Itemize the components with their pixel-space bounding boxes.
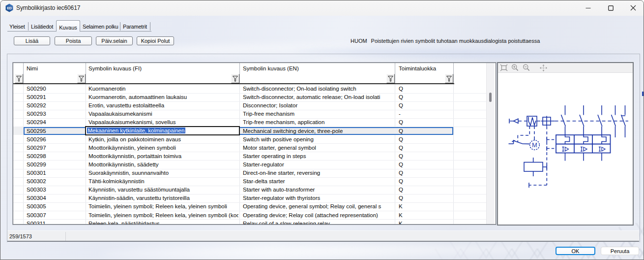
cell-nimi[interactable]: S00301 — [27, 170, 85, 176]
table-row[interactable]: S00301Suorakäynnistin, suunnanvaihtoDire… — [13, 169, 486, 177]
cell-fi[interactable]: Moottorikäynnistin, säädetty — [88, 162, 238, 167]
cell-nimi[interactable]: S00291 — [27, 94, 85, 100]
filter-button-toimintaluokka[interactable] — [445, 74, 453, 83]
ok-button[interactable]: OK — [556, 247, 595, 255]
cell-en[interactable]: Relay coil of a slow-releasing relay — [243, 221, 394, 224]
tab-yleiset[interactable]: Yleiset — [9, 24, 25, 30]
minimize-button[interactable] — [577, 0, 599, 15]
edit-cell[interactable]: Mekaaninen kytkinlaite, kolminapainen — [85, 126, 240, 135]
cell-fi[interactable]: Vapaalaukaisumekanismi — [88, 111, 238, 117]
cell-toimintaluokka[interactable]: Q — [399, 145, 448, 151]
cell-nimi[interactable]: S00297 — [27, 145, 85, 151]
cell-nimi[interactable]: S00295 — [27, 128, 85, 134]
cell-en[interactable]: Starter operating in steps — [243, 153, 394, 159]
col-header-nimi[interactable]: Nimi — [27, 65, 38, 71]
cell-en[interactable]: Switch with positive opening — [243, 136, 394, 142]
cell-fi[interactable]: Kuormanerotin, automaattinen laukaisu — [88, 94, 238, 100]
cell-nimi[interactable]: S00302 — [27, 178, 85, 184]
cell-en[interactable]: Motor starter, general symbol — [243, 145, 394, 151]
close-button[interactable] — [622, 0, 644, 15]
cell-toimintaluokka[interactable]: Q — [399, 94, 448, 100]
add-button[interactable]: Lisää — [14, 36, 50, 45]
table-row[interactable]: S00290KuormanerotinSwitch-disconnector; … — [13, 85, 486, 93]
cell-en[interactable]: Starter with auto-transformer — [243, 187, 394, 193]
cell-fi[interactable]: Suorakäynnistin, suunnanvaihto — [88, 170, 238, 176]
tab-selaimen-polku[interactable]: Selaimen polku — [83, 24, 118, 30]
cell-toimintaluokka[interactable]: Q — [399, 187, 448, 193]
table-vertical-scrollbar[interactable] — [486, 63, 495, 224]
cell-toimintaluokka[interactable]: Q — [399, 195, 448, 201]
table-row[interactable]: S00294Vapaalaukaisumekanismi, sovellusTr… — [13, 118, 486, 127]
filter-button-fi[interactable] — [231, 74, 239, 83]
table-row[interactable]: S00311Releen kela, päästöhidastusRelay c… — [13, 219, 486, 224]
cell-fi[interactable]: Moottorikäynnistin, yleinen symboli — [88, 145, 238, 151]
cell-toimintaluokka[interactable]: Q — [399, 128, 448, 134]
cell-toimintaluokka[interactable]: Q — [399, 86, 448, 92]
table-row[interactable]: S00307Toimielin, yleinen symboli; Releen… — [13, 211, 486, 219]
cell-toimintaluokka[interactable]: Q — [399, 153, 448, 159]
cell-fi[interactable]: Releen kela, päästöhidastus — [88, 221, 238, 224]
cell-fi[interactable]: Käynnistin-säädin, varustettu tyristorei… — [88, 195, 238, 201]
cell-nimi[interactable]: S00290 — [27, 86, 85, 92]
cell-nimi[interactable]: S00296 — [27, 136, 85, 142]
cell-en[interactable]: Star-delta starter — [243, 178, 394, 184]
copy-paths-button[interactable]: Kopioi Polut — [137, 36, 174, 45]
cell-en[interactable]: Starter-regulator — [243, 162, 394, 167]
cell-en[interactable]: Switch-disconnector; On-load isolating s… — [243, 86, 394, 92]
cell-nimi[interactable]: S00307 — [27, 212, 85, 218]
cell-en[interactable]: Direct-on-line starter, reversing — [243, 170, 394, 176]
cell-nimi[interactable]: S00293 — [27, 111, 85, 117]
cell-fi[interactable]: Toimielin, yleinen symboli; Releen kela,… — [88, 203, 238, 209]
table-row[interactable]: S00305Toimielin, yleinen symboli; Releen… — [13, 202, 486, 211]
cell-en[interactable]: Starter-regulator with thyristors — [243, 195, 394, 201]
cell-en[interactable]: Trip-free mechanism — [243, 111, 394, 117]
filter-button-selector[interactable] — [15, 74, 23, 83]
table-row[interactable]: S00303Käynnistin, varustettu säästömuunt… — [13, 186, 486, 194]
cell-nimi[interactable]: S00304 — [27, 195, 85, 201]
cell-fi[interactable]: Erotin, varustettu estolaitteella — [88, 102, 238, 108]
cell-toimintaluokka[interactable]: Q — [399, 178, 448, 184]
delete-button[interactable]: Poista — [55, 36, 92, 45]
table-row[interactable]: S00293VapaalaukaisumekanismiTrip-free me… — [13, 110, 486, 118]
table-row[interactable]: S00298Moottorikäynnistin, portaittain to… — [13, 152, 486, 160]
filter-button-en[interactable] — [386, 74, 395, 83]
cell-nimi[interactable]: S00298 — [27, 153, 85, 159]
cell-nimi[interactable]: S00305 — [27, 203, 85, 209]
cell-fi[interactable]: Käynnistin, varustettu säästömuuntajalla — [88, 187, 238, 193]
cell-toimintaluokka[interactable]: K — [399, 221, 448, 224]
cell-toimintaluokka[interactable]: K — [399, 212, 448, 218]
cell-nimi[interactable]: S00294 — [27, 119, 85, 125]
tab-parametrit[interactable]: Parametrit — [123, 24, 147, 30]
tab-lisatiedot[interactable]: Lisätiedot — [31, 24, 53, 30]
cell-toimintaluokka[interactable]: - — [399, 111, 448, 117]
tab-kuvaus-active[interactable]: Kuvaus — [56, 20, 80, 32]
table-row[interactable]: S00295Mekaaninen kytkinlaite, kolminapai… — [13, 127, 486, 135]
cell-en[interactable]: Operating device, general symbol; Relay … — [243, 203, 394, 209]
filter-button-nimi[interactable] — [77, 74, 86, 83]
cell-fi[interactable]: Vapaalaukaisumekanismi, sovellus — [88, 119, 238, 125]
update-browser-button[interactable]: Päiv.selain — [96, 36, 133, 45]
col-header-en[interactable]: Symbolin kuvaus (EN) — [243, 65, 299, 71]
table-row[interactable]: S00302Tähti-kolmiokäynnistinStar-delta s… — [13, 177, 486, 186]
table-row[interactable]: S00304Käynnistin-säädin, varustettu tyri… — [13, 194, 486, 202]
cancel-button[interactable]: Peruuta — [601, 247, 639, 255]
col-header-fi[interactable]: Symbolin kuvaus (FI) — [88, 65, 142, 71]
zoom-in-button[interactable] — [511, 64, 519, 72]
cell-fi[interactable]: Toimielin, yleinen symboli; Releen kela,… — [88, 212, 238, 218]
cell-nimi[interactable]: S00299 — [27, 162, 85, 167]
table-row[interactable]: S00296Kytkin, joilla on pakkotoiminen av… — [13, 135, 486, 143]
cell-en[interactable]: Trip-free mechanism, application — [243, 119, 394, 125]
cell-fi[interactable]: Kuormanerotin — [88, 86, 238, 92]
cell-en[interactable]: Mechanical switching device, three-pole — [243, 128, 394, 134]
cell-fi[interactable]: Kytkin, joilla on pakkotoiminen avaus — [88, 136, 238, 142]
cell-en[interactable]: Switch-disconnector, automatic release; … — [243, 94, 394, 100]
zoom-extents-button[interactable] — [499, 64, 508, 72]
pan-button[interactable] — [539, 64, 548, 72]
cell-nimi[interactable]: S00292 — [27, 102, 85, 108]
cell-en[interactable]: Operating device; Relay coil (attached r… — [243, 212, 394, 218]
table-row[interactable]: S00291Kuormanerotin, automaattinen lauka… — [13, 93, 486, 101]
table-row[interactable]: S00297Moottorikäynnistin, yleinen symbol… — [13, 143, 486, 152]
cell-toimintaluokka[interactable]: Q — [399, 170, 448, 176]
cell-toimintaluokka[interactable]: Q — [399, 162, 448, 167]
cell-fi[interactable]: Moottorikäynnistin, portaittain toimiva — [88, 153, 238, 159]
